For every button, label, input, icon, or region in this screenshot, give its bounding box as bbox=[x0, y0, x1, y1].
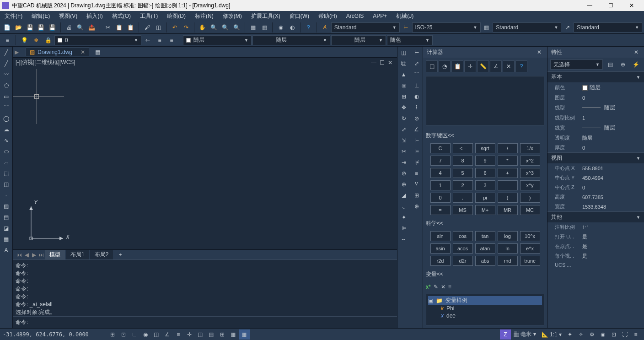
dimbase-icon[interactable]: ⊫ bbox=[411, 146, 422, 157]
layerprev-icon[interactable]: ⇐ bbox=[142, 35, 153, 46]
publish-icon[interactable]: 📤 bbox=[86, 22, 97, 33]
menu-window[interactable]: 窗口(W) bbox=[285, 11, 314, 21]
explode-icon[interactable]: ✦ bbox=[398, 212, 409, 222]
calc-btn-ln[interactable]: ln bbox=[498, 243, 518, 254]
menu-app[interactable]: APP+ bbox=[368, 11, 392, 21]
tab-nav-prev-icon[interactable]: ◀ bbox=[23, 252, 30, 258]
props-close-icon[interactable]: ✕ bbox=[632, 49, 640, 55]
dimstyle-icon[interactable]: ⊢ bbox=[401, 22, 411, 33]
props-header[interactable]: 特性 ✕ bbox=[547, 47, 644, 58]
qselect-icon[interactable]: ▤ bbox=[605, 59, 616, 70]
calc-getpt-icon[interactable]: ✛ bbox=[464, 60, 476, 72]
calc-btn-C[interactable]: C bbox=[430, 143, 451, 153]
zoomprev-icon[interactable]: 🔍 bbox=[231, 22, 242, 33]
lengthen-icon[interactable]: ↔ bbox=[398, 234, 409, 244]
calc-btn-2[interactable]: 2 bbox=[453, 180, 473, 190]
calc-btn-x2[interactable]: x^2 bbox=[520, 156, 540, 166]
help-icon[interactable]: ? bbox=[303, 22, 314, 33]
prop-lineweight[interactable]: 线宽随层 bbox=[547, 123, 644, 133]
dimord-icon[interactable]: ⊥ bbox=[411, 81, 422, 91]
prop-thickness[interactable]: 厚度0 bbox=[547, 143, 644, 152]
calc-btn-acos[interactable]: acos bbox=[453, 243, 473, 254]
toolpalette-icon[interactable]: ◉ bbox=[275, 22, 286, 33]
calc-btn-[interactable]: ( bbox=[498, 193, 518, 203]
polar-icon[interactable]: ◉ bbox=[140, 329, 151, 340]
calc-btn-[interactable]: + bbox=[498, 168, 518, 178]
calc-btn-[interactable]: <-- bbox=[453, 143, 473, 153]
textstyle-icon[interactable]: A bbox=[320, 22, 330, 33]
tablestyle-icon[interactable]: ▦ bbox=[482, 22, 492, 33]
osnap-icon[interactable]: ◫ bbox=[151, 329, 162, 340]
ellipse-icon[interactable]: ⬭ bbox=[1, 146, 12, 157]
menu-view[interactable]: 视图(V) bbox=[54, 11, 82, 21]
menu-dim[interactable]: 标注(N) bbox=[190, 11, 218, 21]
cleanscreen-icon[interactable]: ◐ bbox=[287, 22, 297, 33]
calc-btn-asin[interactable]: asin bbox=[430, 243, 451, 254]
chamfer-icon[interactable]: ◢ bbox=[398, 190, 409, 200]
erase-icon[interactable]: ◫ bbox=[398, 48, 409, 58]
layer-combo[interactable]: 0▼ bbox=[54, 35, 141, 45]
dimaligned-icon[interactable]: ⤢ bbox=[411, 59, 422, 69]
calc-help-icon[interactable]: ? bbox=[515, 60, 527, 72]
menu-ext[interactable]: 扩展工具(X) bbox=[247, 11, 285, 21]
iso-icon[interactable]: ⊡ bbox=[608, 329, 619, 340]
viewport-close-icon[interactable]: ✕ bbox=[386, 59, 394, 66]
cat-other[interactable]: 其他▼ bbox=[547, 211, 644, 222]
revcloud-icon[interactable]: ☁ bbox=[1, 124, 12, 135]
layeriso-icon[interactable]: ≡ bbox=[166, 35, 177, 46]
calc-btn-0[interactable]: 0 bbox=[430, 193, 451, 203]
annovis-icon[interactable]: ✦ bbox=[564, 329, 575, 340]
prop-width[interactable]: 宽度1533.6348 bbox=[547, 202, 644, 211]
viewport-label[interactable]: [-][俯视][二维线框][WCS] bbox=[16, 59, 75, 66]
layer-freeze-icon[interactable]: ❄ bbox=[31, 35, 42, 46]
designcenter-icon[interactable]: ▦ bbox=[259, 22, 270, 33]
saveall-icon[interactable]: 💾 bbox=[47, 22, 58, 33]
calc-btn-1x[interactable]: 1/x bbox=[520, 143, 540, 153]
calc-btn-M[interactable]: M+ bbox=[475, 205, 495, 215]
menu-help[interactable]: 帮助(H) bbox=[314, 11, 342, 21]
zoomwin-icon[interactable]: 🔍 bbox=[220, 22, 231, 33]
calc-btn-[interactable]: * bbox=[498, 156, 518, 166]
calc-int-icon[interactable]: ✕ bbox=[503, 60, 515, 72]
save-icon[interactable]: 💾 bbox=[25, 22, 35, 33]
dimbreak-icon[interactable]: ⊻ bbox=[411, 179, 422, 189]
snap-icon[interactable]: ⊡ bbox=[118, 329, 129, 340]
ann2-icon[interactable]: ▦ bbox=[239, 329, 250, 340]
calc-btn-10^x[interactable]: 10^x bbox=[520, 231, 540, 241]
lineweight-combo[interactable]: 随层▼ bbox=[331, 35, 386, 45]
var-del-icon[interactable]: ✕ bbox=[441, 284, 445, 290]
tab-add[interactable]: + bbox=[114, 251, 126, 259]
model-icon[interactable]: ⊞ bbox=[217, 329, 228, 340]
ellipsearc-icon[interactable]: ⌓ bbox=[1, 157, 12, 167]
calc-btn-sin[interactable]: sin bbox=[430, 231, 451, 241]
calc-btn-abs[interactable]: abs bbox=[475, 256, 495, 266]
polygon-icon[interactable]: ⬠ bbox=[1, 81, 12, 91]
doc-tab-grid-icon[interactable]: ▦ bbox=[92, 47, 103, 57]
prop-ucs-on[interactable]: 打开 U...是 bbox=[547, 232, 644, 242]
calc-btn-[interactable]: / bbox=[498, 143, 518, 153]
sci-label[interactable]: 科学<< bbox=[426, 220, 544, 227]
calc-btn-cos[interactable]: cos bbox=[453, 231, 473, 241]
calc-btn-9[interactable]: 9 bbox=[475, 156, 495, 166]
menu-draw[interactable]: 绘图(D) bbox=[162, 11, 190, 21]
prop-annoscale[interactable]: 注释比例1:1 bbox=[547, 222, 644, 232]
rectangle-icon[interactable]: ▭ bbox=[1, 92, 12, 102]
prop-color[interactable]: 颜色随层 bbox=[547, 82, 644, 93]
prop-layer[interactable]: 图层0 bbox=[547, 93, 644, 103]
point-icon[interactable]: · bbox=[1, 190, 12, 200]
units-label[interactable]: ▦ 毫米 ▾ bbox=[514, 330, 536, 338]
new-icon[interactable]: 📄 bbox=[2, 22, 12, 33]
offset-icon[interactable]: ◎ bbox=[398, 81, 409, 91]
calc-header[interactable]: 计算器 ✕ bbox=[423, 47, 547, 58]
color-combo[interactable]: 随层▼ bbox=[183, 35, 252, 45]
scale-icon[interactable]: ⤢ bbox=[398, 124, 409, 135]
viewport-max-icon[interactable]: ☐ bbox=[378, 59, 386, 66]
app-logo-status[interactable]: Z bbox=[500, 329, 511, 340]
qp-icon[interactable]: ▤ bbox=[206, 329, 217, 340]
prop-linetype[interactable]: 线型随层 bbox=[547, 103, 644, 113]
calc-btn-rnd[interactable]: rnd bbox=[498, 256, 518, 266]
command-input[interactable]: 命令: bbox=[13, 316, 397, 328]
calc-btn-xy[interactable]: x^y bbox=[520, 180, 540, 190]
calc-close-icon[interactable]: ✕ bbox=[535, 49, 543, 55]
mleaderstyle-icon[interactable]: ↗ bbox=[562, 22, 573, 33]
